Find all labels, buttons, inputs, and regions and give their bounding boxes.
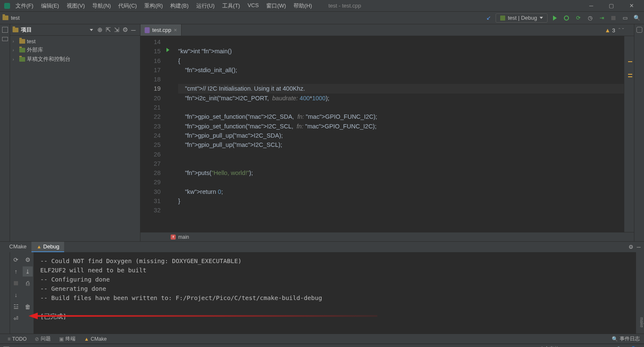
chevron-down-icon	[540, 17, 543, 19]
inspection-widget[interactable]: ▲ 3 ˆ ˇ	[605, 27, 624, 34]
bottom-tool-tabs: ≡ TODO⊘ 问题▣ 终端▲ CMake 🔍 事件日志	[0, 334, 644, 344]
right-tool-rail	[634, 24, 644, 241]
folder-icon	[3, 16, 8, 20]
tab-label: test.cpp	[152, 27, 171, 33]
bottom-tab[interactable]: ≡ TODO	[3, 334, 31, 344]
debug-tool-tab[interactable]: ▲ Debug	[31, 242, 64, 252]
cmake-tool-tab[interactable]: CMake	[4, 242, 31, 252]
project-tree[interactable]: ›test›外部库›草稿文件和控制台	[10, 36, 140, 241]
database-rail-icon[interactable]	[636, 27, 642, 33]
warning-count: 3	[612, 27, 615, 34]
menu-item[interactable]: 文件(F)	[12, 1, 37, 11]
profile-button[interactable]: ◷	[585, 13, 595, 23]
warning-icon: ▲	[36, 244, 42, 250]
breadcrumb-root[interactable]: test	[11, 15, 20, 21]
console-output[interactable]: -- Could NOT find Doxygen (missing: DOXY…	[34, 252, 644, 334]
bottom-tab[interactable]: ▲ CMake	[80, 334, 111, 344]
make-rail-label[interactable]: make	[636, 252, 644, 334]
run-config-selector[interactable]: test | Debug	[496, 13, 548, 23]
project-rail-icon[interactable]	[2, 37, 8, 41]
event-log-button[interactable]: 事件日志	[620, 335, 640, 342]
run-profile-icon[interactable]: ⟳	[574, 13, 583, 23]
hide-tool-button[interactable]: ─	[637, 244, 641, 250]
layout-icon[interactable]: ▭	[621, 13, 630, 23]
tool-window-tabs: CMake ▲ Debug ⚙ ─	[0, 241, 644, 252]
folder-icon	[13, 28, 18, 32]
breadcrumb-bar: f main	[140, 232, 634, 241]
build-icon[interactable]: ⎙	[23, 278, 33, 288]
search-everywhere-icon[interactable]: 🔍	[632, 13, 641, 23]
menu-item[interactable]: 代码(C)	[114, 1, 140, 11]
warning-icon: ▲	[605, 27, 610, 34]
project-panel-title: 项目	[21, 26, 90, 34]
app-logo-icon	[3, 1, 12, 10]
close-button[interactable]: ✕	[621, 0, 641, 12]
editor-tab-bar: test.cpp × ▲ 3 ˆ ˇ	[140, 24, 634, 36]
locate-icon[interactable]: ⊕	[96, 26, 104, 34]
down-arrow-icon[interactable]: ↓	[11, 290, 21, 300]
close-tab-icon[interactable]: ×	[174, 27, 177, 33]
menu-item[interactable]: 窗口(W)	[262, 1, 290, 11]
trash-icon[interactable]: 🗑	[23, 302, 33, 312]
run-button[interactable]	[550, 13, 559, 23]
cpp-file-icon	[145, 27, 150, 33]
attach-icon[interactable]: ⇥	[597, 13, 606, 23]
wrap-icon[interactable]: ⏎	[11, 313, 21, 324]
cmake-tool-window: ⟳ ↑ ↓ ☳ ⏎ ⚙ ⤓ ⎙ 🗑 -- Could NOT find Doxy…	[0, 252, 644, 334]
breadcrumb-function[interactable]: main	[178, 234, 189, 240]
settings-gear-icon[interactable]: ⚙	[121, 26, 129, 34]
editor-right-rail	[624, 36, 634, 232]
structure-rail-icon[interactable]	[2, 27, 8, 33]
hide-button[interactable]: ─	[129, 26, 138, 34]
tree-row[interactable]: ›test	[13, 37, 138, 45]
menu-item[interactable]: 视图(V)	[63, 1, 88, 11]
menu-item[interactable]: VCS	[244, 1, 262, 11]
search-icon[interactable]: 🔍	[612, 336, 618, 342]
tool-left-rail	[0, 252, 10, 334]
editor-tab[interactable]: test.cpp ×	[140, 24, 182, 36]
back-arrow-icon[interactable]: ↙	[484, 13, 493, 23]
tree-row[interactable]: ›草稿文件和控制台	[13, 55, 138, 64]
project-tool-window: 项目 ⊕ ⇱ ⇲ ⚙ ─ ›test›外部库›草稿文件和控制台	[10, 24, 140, 241]
stop-icon[interactable]	[11, 278, 21, 288]
up-arrow-icon[interactable]: ↑	[11, 266, 21, 277]
settings-gear-icon[interactable]: ⚙	[628, 244, 634, 250]
reload-icon[interactable]: ⟳	[11, 255, 21, 265]
code-editor[interactable]: 14151617181920212223242526272829303132 "…	[140, 36, 634, 232]
stop-button[interactable]	[609, 13, 618, 23]
line-number-gutter: 14151617181920212223242526272829303132	[140, 36, 166, 232]
run-config-label: test | Debug	[508, 15, 537, 21]
collapse-all-icon[interactable]: ⇲	[112, 26, 121, 34]
minimize-button[interactable]: ─	[581, 0, 601, 12]
function-icon: f	[171, 235, 176, 240]
scroll-icon[interactable]: ⤓	[23, 266, 33, 277]
status-bar: 22:1 CRLF UTF-8 4 个空格 C++: test | Debug …	[0, 344, 644, 347]
settings-gear-icon[interactable]: ⚙	[23, 255, 33, 265]
gutter-icons	[166, 36, 174, 232]
console-toolbar: ⟳ ↑ ↓ ☳ ⏎ ⚙ ⤓ ⎙ 🗑	[10, 252, 34, 334]
left-tool-rail	[0, 24, 10, 241]
debug-button[interactable]	[562, 13, 571, 23]
menu-item[interactable]: 导航(N)	[88, 1, 114, 11]
chevron-up-icon[interactable]: ˆ	[618, 27, 620, 34]
indent-setting[interactable]: 4 个空格	[536, 345, 564, 347]
main-menu-bar: 文件(F)编辑(E)视图(V)导航(N)代码(C)重构(R)构建(B)运行(U)…	[0, 0, 644, 12]
menu-item[interactable]: 编辑(E)	[37, 1, 63, 11]
window-title: test - test.cpp	[328, 3, 361, 9]
tree-row[interactable]: ›外部库	[13, 45, 138, 55]
chevron-down-icon[interactable]: ˇ	[622, 27, 624, 34]
bottom-tab[interactable]: ⊘ 问题	[31, 334, 55, 344]
maximize-button[interactable]: ▢	[601, 0, 621, 12]
menu-item[interactable]: 帮助(H)	[290, 1, 316, 11]
navigation-bar: test ↙ test | Debug ⟳ ◷ ⇥ ▭ 🔍	[0, 12, 644, 24]
expand-all-icon[interactable]: ⇱	[104, 26, 112, 34]
filter-icon[interactable]: ☳	[11, 302, 21, 312]
chevron-down-icon[interactable]	[90, 29, 93, 31]
menu-item[interactable]: 构建(B)	[166, 1, 192, 11]
menu-item[interactable]: 运行(U)	[192, 1, 218, 11]
cmake-target-icon	[500, 16, 505, 21]
menu-item[interactable]: 重构(R)	[140, 1, 166, 11]
menu-item[interactable]: 工具(T)	[218, 1, 244, 11]
bottom-tab[interactable]: ▣ 终端	[55, 334, 80, 344]
